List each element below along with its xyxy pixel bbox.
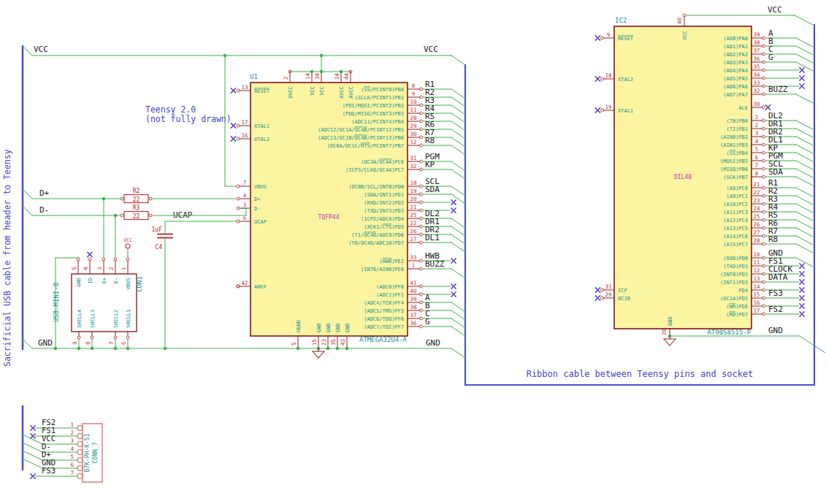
no-connect-icon	[801, 289, 803, 291]
pin-number: 2	[70, 429, 74, 436]
pin-number: 43	[340, 339, 346, 345]
net-label-GND: GND	[768, 326, 783, 335]
net-label-R8: R8	[425, 136, 435, 145]
pin-name: VBUS	[254, 184, 267, 190]
pin-name: UCAP	[254, 219, 267, 225]
net-label-D+: D+	[39, 188, 50, 198]
resistor-r2: R222	[121, 188, 152, 203]
pin-number: 27	[753, 229, 760, 236]
pin-number: 25	[410, 212, 416, 218]
pin-number: 8	[412, 83, 416, 89]
pin-name: (ADC6/TDO)PF6	[364, 316, 404, 322]
no-connect-icon	[233, 138, 234, 140]
pin-name: AVCC	[339, 86, 345, 99]
wire	[796, 153, 813, 161]
pin-name: VCC	[310, 86, 316, 96]
pin-name: ID	[88, 278, 93, 283]
pin-number: 40	[410, 288, 417, 294]
pin-name: (TXD/INT3)PD3	[364, 208, 404, 214]
pin-socket	[77, 474, 83, 479]
pin-name: (INT1)PD3	[720, 280, 748, 286]
pin-number: 29	[410, 123, 416, 129]
net-label-GND: GND	[426, 338, 440, 348]
wire	[451, 89, 465, 99]
capacitor-c4: 1uFC4	[152, 226, 172, 251]
conn7-header: 1FS22FS13VCC4D-5D+6GND7FS3B7K-PH-K-S1CON…	[23, 418, 102, 482]
pin-name: GND	[668, 316, 673, 326]
pin-end	[237, 185, 240, 188]
wire	[796, 94, 813, 103]
pin-number: 5	[291, 342, 297, 345]
no-connect-icon	[233, 90, 234, 91]
conn7-reference: CONN_7	[92, 442, 99, 463]
pin-name: (A12)PC4	[723, 218, 748, 224]
pin-name: (A15)PC7	[723, 242, 748, 248]
pin-number: 2	[755, 122, 759, 129]
pin-end	[126, 336, 129, 339]
pin-name: (ADC12/OC1A/OC4B/PCINT12)PB5	[318, 127, 404, 133]
pin-number: 12	[410, 139, 416, 145]
pin-socket	[77, 426, 83, 431]
no-connect-icon	[597, 37, 599, 39]
no-connect-icon	[597, 289, 599, 291]
no-connect-icon	[233, 125, 234, 126]
wire	[796, 62, 813, 71]
pin-number: 20	[410, 196, 417, 202]
pin-number: 16	[241, 132, 248, 139]
pin-name: (SDA/INT1)PD1	[364, 192, 404, 198]
pin-name: GND	[345, 323, 351, 332]
pin-name: SHELL2	[113, 310, 119, 328]
wire	[796, 212, 813, 221]
pin-number: 1	[121, 267, 127, 270]
resistor-r3-reference: R3	[133, 205, 140, 211]
pin-end	[121, 197, 123, 200]
net-label-BUZZ: BUZZ	[425, 259, 445, 269]
pin-socket	[77, 450, 83, 455]
pin-name: (ADC1)PF1	[376, 292, 404, 298]
no-connect-icon	[453, 202, 454, 203]
net-label-FS3: FS3	[768, 289, 783, 298]
pin-name: XTAL2	[618, 77, 633, 83]
u1-reference: U1	[250, 73, 258, 80]
pin-number: 22	[410, 220, 416, 226]
pin-end	[237, 285, 240, 288]
net-label-KP: KP	[425, 160, 435, 169]
pin-number: 4	[243, 192, 247, 199]
pin-number: 23	[753, 197, 760, 204]
wire	[23, 459, 42, 468]
pin-name: (SS)PB4	[726, 150, 748, 156]
pin-number: 39	[410, 296, 416, 302]
pin-name: GND	[316, 323, 322, 332]
no-connect-icon	[597, 78, 599, 80]
vcc-symbol-text: VCC	[123, 237, 132, 243]
pin-name: D+	[254, 196, 260, 202]
wire	[451, 105, 465, 115]
ic2-part-name: AT90S8515-P	[707, 329, 751, 336]
pin-end	[149, 214, 152, 217]
pin-name: GND	[326, 323, 332, 332]
no-connect-icon	[89, 254, 91, 256]
pin-name: (ICP3/CLKO/OC4A)PC7	[345, 167, 404, 173]
pin-number: 5	[70, 454, 74, 460]
vcc-power-symbol: VCC	[123, 237, 132, 248]
pin-end	[77, 336, 80, 339]
pin-number: 12	[753, 267, 760, 274]
net-label-BUZZ: BUZZ	[768, 85, 788, 94]
junction-dot	[164, 347, 167, 350]
net-label-G: G	[768, 53, 773, 62]
wire	[451, 269, 465, 278]
no-connect-icon	[801, 305, 803, 307]
pin-end	[126, 258, 129, 261]
pin-number: 19	[410, 188, 416, 194]
pin-number: 13	[753, 275, 760, 282]
ic2-at90s8515: 39(AD0)PA0A38(AD1)PA1B37(AD2)PA2C36(AD3)…	[595, 17, 813, 336]
pin-number: 7	[70, 470, 74, 476]
con1-usb-mini-b: 5GND4ID3D+2D-1VBUS9SHELL48SHELL37SHELL26…	[53, 252, 143, 348]
junction-dot	[102, 197, 105, 200]
pin-name: UGND	[296, 320, 302, 332]
pin-end	[77, 258, 80, 261]
wire	[451, 310, 465, 320]
wire	[451, 318, 465, 328]
pin-end	[683, 14, 686, 17]
pin-name: (RXD)PD0	[723, 256, 748, 261]
